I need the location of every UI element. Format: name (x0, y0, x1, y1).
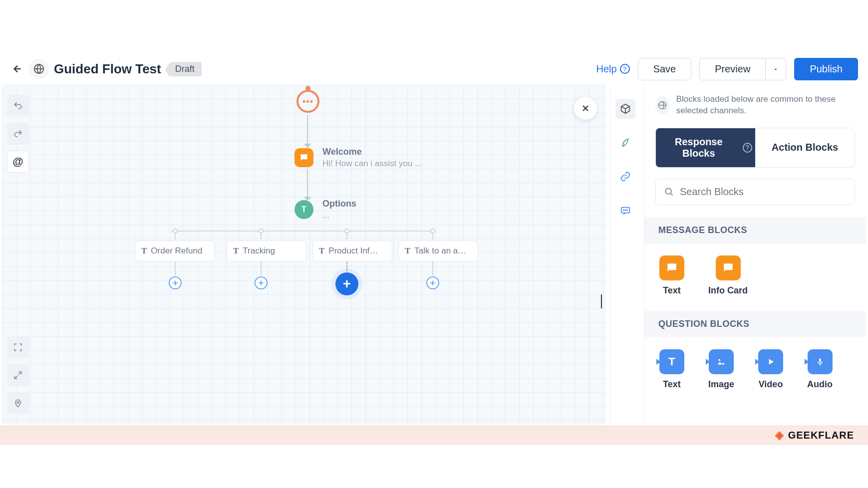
q-image-icon (709, 349, 734, 374)
options-node-text: Options ... (322, 199, 356, 221)
preview-button[interactable]: Preview (699, 58, 766, 80)
add-node-button[interactable]: + (255, 276, 268, 289)
branch-junction (259, 229, 264, 234)
block-label: Audio (807, 379, 833, 390)
q-video-icon (758, 349, 783, 374)
block-label: Text (663, 285, 681, 296)
qblock-video[interactable]: Video (758, 349, 783, 390)
info-card-icon (716, 255, 741, 280)
search-input[interactable] (680, 186, 847, 198)
connector-line (432, 261, 433, 275)
rail-blocks-button[interactable] (615, 99, 635, 119)
redo-button[interactable] (7, 123, 29, 145)
section-message-blocks: MESSAGE BLOCKS (644, 217, 866, 244)
option-label: Tracking (243, 246, 275, 256)
preview-dropdown-button[interactable] (766, 58, 786, 80)
text-type-icon: T (319, 246, 324, 256)
canvas-tools-bottom (7, 336, 29, 414)
branch-drop (346, 234, 347, 240)
branch-junction (430, 229, 435, 234)
undo-button[interactable] (7, 95, 29, 117)
connector-line (307, 115, 308, 145)
topbar-actions: Help ? Save Preview Publish (596, 58, 858, 80)
svg-rect-14 (729, 267, 731, 267)
qblock-image[interactable]: Image (708, 349, 734, 390)
rail-flow-button[interactable] (615, 133, 635, 153)
svg-point-6 (625, 210, 625, 210)
panel-info-text: Blocks loaded below are common to these … (676, 94, 855, 117)
tab-label: Response Blocks (659, 136, 739, 159)
rail-chat-button[interactable] (615, 201, 635, 221)
svg-point-9 (665, 189, 671, 195)
channel-scope-icon (655, 96, 669, 114)
svg-rect-12 (725, 265, 728, 267)
block-label: Video (759, 379, 783, 390)
svg-rect-2 (302, 156, 306, 157)
maximize-icon (13, 343, 22, 352)
add-node-button[interactable]: + (169, 276, 182, 289)
block-type-tabs: Response Blocks ? Action Blocks (655, 128, 855, 168)
welcome-node[interactable]: Welcome Hi! How can i assist you ... (294, 147, 422, 169)
option-card-order-refund[interactable]: TOrder Refund (135, 241, 215, 261)
svg-rect-3 (302, 157, 305, 158)
save-button[interactable]: Save (638, 58, 692, 80)
block-text[interactable]: Text (659, 255, 684, 296)
publish-button[interactable]: Publish (794, 58, 858, 80)
undo-icon (13, 101, 23, 111)
text-type-icon: T (141, 246, 147, 256)
branch-junction (173, 229, 178, 234)
flow-canvas[interactable]: @ ••• Welcome Hi! How can i assist you .… (2, 85, 606, 424)
help-link[interactable]: Help ? (596, 63, 630, 75)
canvas-tools-top: @ (7, 95, 29, 173)
rail-link-button[interactable] (615, 167, 635, 187)
pin-icon (13, 399, 22, 408)
option-card-product-info[interactable]: TProduct Inf… (312, 241, 392, 261)
mention-button[interactable]: @ (7, 151, 29, 173)
back-button[interactable] (10, 61, 25, 76)
section-question-blocks: QUESTION BLOCKS (644, 311, 866, 337)
branch-line (172, 231, 434, 232)
search-blocks-field[interactable] (655, 179, 855, 205)
globe-icon (33, 63, 44, 74)
at-icon: @ (12, 155, 23, 168)
top-bar: Guided Flow Test Draft Help ? Save Previ… (0, 54, 868, 84)
welcome-node-text: Welcome Hi! How can i assist you ... (322, 147, 422, 169)
options-node[interactable]: T Options ... (294, 199, 356, 221)
caret-down-icon (773, 66, 779, 72)
help-icon: ? (743, 143, 752, 153)
leaf-icon (620, 137, 631, 148)
channel-globe-button[interactable] (29, 59, 49, 79)
locate-button[interactable] (7, 392, 29, 414)
start-node[interactable]: ••• (296, 90, 319, 113)
options-title: Options (322, 199, 356, 209)
welcome-title: Welcome (322, 147, 422, 157)
close-icon (580, 103, 590, 113)
text-type-icon: T (405, 246, 410, 256)
flow-title: Guided Flow Test (54, 61, 161, 77)
svg-rect-13 (729, 266, 731, 266)
expand-button[interactable] (7, 364, 29, 386)
connector-line (307, 169, 308, 198)
brand-watermark: ◈ GEEKFLARE (775, 429, 854, 442)
tab-response-blocks[interactable]: Response Blocks ? (656, 128, 755, 167)
svg-rect-16 (819, 358, 821, 362)
block-label: Image (708, 379, 734, 390)
option-card-tracking[interactable]: TTracking (227, 241, 306, 261)
q-text-icon: T (659, 349, 684, 374)
search-icon (664, 187, 674, 197)
close-panel-button[interactable] (574, 97, 597, 120)
option-card-talk-agent[interactable]: TTalk to an a… (398, 241, 478, 261)
branch-drop (261, 234, 262, 240)
brand-name: GEEKFLARE (788, 430, 854, 441)
blocks-panel: Blocks loaded below are common to these … (644, 85, 866, 424)
block-info-card[interactable]: Info Card (708, 255, 748, 296)
text-caret (601, 294, 602, 308)
fit-view-button[interactable] (7, 336, 29, 358)
branch-drop (432, 234, 433, 240)
add-node-button-active[interactable]: + (335, 272, 358, 295)
branch-junction (344, 229, 349, 234)
qblock-text[interactable]: T Text (659, 349, 684, 390)
tab-action-blocks[interactable]: Action Blocks (755, 128, 855, 167)
add-node-button[interactable]: + (426, 276, 439, 289)
qblock-audio[interactable]: Audio (807, 349, 833, 390)
